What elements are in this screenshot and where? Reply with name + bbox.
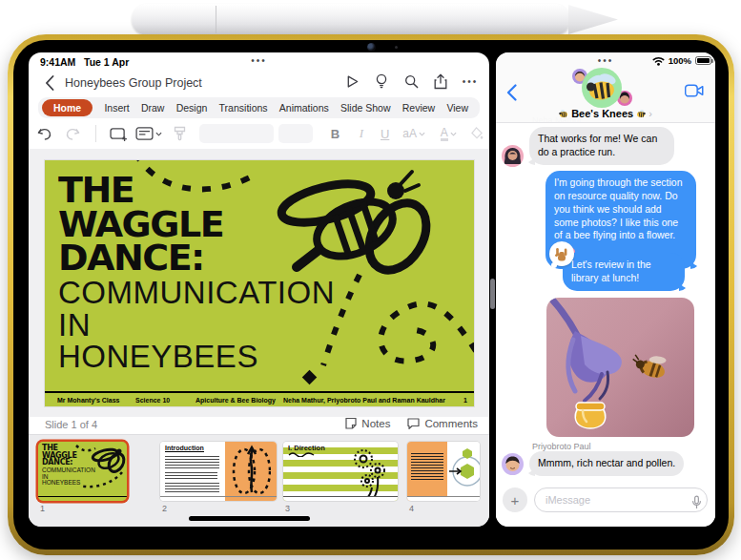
bee-doodle: [278, 172, 438, 280]
text-size-button[interactable]: aA: [397, 127, 431, 140]
home-indicator[interactable]: [189, 516, 310, 521]
toolbar-divider: [95, 125, 96, 142]
wifi-icon: [652, 56, 665, 66]
chevron-right-icon: ›: [648, 108, 652, 119]
facetime-video-button[interactable]: [685, 81, 704, 100]
tab-view[interactable]: View: [446, 102, 468, 114]
slide-title[interactable]: THE WAGGLE DANCE:: [58, 174, 223, 276]
tab-slideshow[interactable]: Slide Show: [340, 102, 391, 114]
comments-icon: [407, 418, 420, 429]
thumb3-flower-doodles: [339, 446, 394, 499]
honey-pot-emoji-sticker: [575, 403, 606, 428]
back-button[interactable]: [40, 73, 59, 93]
microphone-icon[interactable]: [687, 492, 706, 511]
group-avatar-bee[interactable]: [582, 68, 622, 108]
tab-home[interactable]: Home: [42, 99, 93, 116]
multitasking-dots[interactable]: •••: [29, 55, 489, 66]
thumb2-greek-text: [165, 472, 217, 480]
font-size-field[interactable]: [278, 124, 313, 143]
slide-layout-icon[interactable]: [132, 127, 166, 140]
slide-footer: Mr Mohanty's Class Science 10 Apiculture…: [45, 391, 474, 406]
comments-button[interactable]: Comments: [407, 417, 478, 429]
received-message[interactable]: Mmmm, rich nectar and pollen.: [529, 451, 684, 476]
imessage-input[interactable]: [534, 487, 708, 512]
more-options-button[interactable]: •••: [461, 72, 480, 91]
purple-flower: [546, 298, 622, 401]
font-name-field[interactable]: [199, 124, 274, 143]
thumb4-greek-text: [411, 453, 443, 482]
search-button[interactable]: [401, 72, 421, 91]
ribbon-tab-bar: Home Insert Draw Design Transitions Anim…: [38, 97, 480, 118]
status-indicators: 100%: [652, 55, 711, 66]
group-name: Bee's Knees: [571, 108, 633, 119]
notes-button[interactable]: Notes: [345, 417, 390, 429]
thumb2-number: 2: [162, 504, 167, 513]
footer-class: Mr Mohanty's Class: [57, 397, 119, 404]
tab-insert[interactable]: Insert: [104, 102, 129, 114]
thumbnail-slide-3[interactable]: I. Direction: [283, 442, 398, 501]
thumb4-circle-diagram: [448, 447, 480, 495]
thumb3-number: 3: [285, 504, 290, 513]
received-message[interactable]: That works for me! We can do a practice …: [529, 127, 674, 165]
comments-label: Comments: [424, 418, 478, 429]
new-slide-icon[interactable]: [105, 127, 133, 141]
tab-design[interactable]: Design: [176, 102, 208, 114]
split-view-divider-handle[interactable]: [490, 279, 495, 309]
footer-authors: Neha Mathur, Priyobroto Paul and Raman K…: [283, 397, 445, 404]
thumbnail-slide-2[interactable]: Introduction: [160, 442, 277, 501]
thumb4-number: 4: [409, 504, 414, 513]
back-button[interactable]: [502, 83, 521, 102]
screenshot-stage: 9:41AM Tue 1 Apr ••• Honeybees Group Pro…: [0, 0, 741, 560]
rehearse-lightbulb-button[interactable]: [372, 72, 391, 91]
footer-subject: Science 10: [135, 397, 170, 404]
bold-button[interactable]: B: [320, 127, 349, 141]
thumb4-footer: [407, 496, 480, 501]
tab-animations[interactable]: Animations: [279, 102, 329, 114]
notes-label: Notes: [361, 418, 390, 429]
font-color-label: A: [441, 127, 448, 141]
slide-subtitle[interactable]: COMMUNICATION IN HONEYBEES: [58, 277, 335, 373]
add-attachment-button[interactable]: +: [503, 487, 527, 512]
group-title[interactable]: Bee's Knees ›: [496, 108, 715, 119]
powerpoint-window: 9:41AM Tue 1 Apr ••• Honeybees Group Pro…: [29, 52, 489, 527]
apple-pencil-cap-seam: [216, 6, 216, 33]
redo-icon[interactable]: [59, 127, 87, 141]
footer-topic: Apiculture & Bee Biology: [196, 397, 276, 404]
present-play-button[interactable]: [342, 72, 361, 91]
thumbnail-slide-4[interactable]: [407, 442, 480, 501]
notes-icon: [345, 417, 357, 429]
tab-transitions[interactable]: Transitions: [219, 102, 268, 114]
front-camera: [367, 43, 376, 52]
document-title[interactable]: Honeybees Group Project: [65, 76, 202, 90]
sent-message[interactable]: Let's review in the library at lunch!: [563, 253, 685, 291]
apple-pencil-tip: [568, 5, 618, 34]
footer-page-number: 1: [463, 397, 467, 404]
sender-name-label: Priyobroto Paul: [532, 442, 591, 451]
formatting-toolbar: B I U aA A: [29, 118, 489, 149]
slide-1-canvas[interactable]: THE WAGGLE DANCE: COMMUNICATION IN HONEY…: [45, 160, 474, 406]
underline-button[interactable]: U: [373, 127, 397, 141]
tab-review[interactable]: Review: [402, 102, 435, 114]
thumb1-number: 1: [40, 504, 45, 513]
font-color-button[interactable]: A: [431, 127, 465, 141]
undo-icon[interactable]: [29, 127, 59, 141]
fill-bucket-icon[interactable]: [465, 127, 489, 140]
tab-draw[interactable]: Draw: [141, 102, 165, 114]
thumb2-footer: [160, 496, 277, 501]
thumb1-footer: [38, 496, 127, 501]
editor-status-row: Slide 1 of 4 Notes Comments: [29, 417, 489, 434]
italic-button[interactable]: I: [350, 126, 374, 141]
thumbnail-slide-1[interactable]: THE WAGGLE DANCE: COMMUNICATION IN HONEY…: [38, 442, 127, 501]
share-button[interactable]: [431, 72, 450, 91]
photo-attachment-bee-flower[interactable]: [546, 298, 694, 437]
avatar-neha-mathur: [502, 145, 524, 167]
thumb1-title: THE WAGGLE DANCE:: [42, 445, 77, 467]
format-painter-icon[interactable]: [166, 126, 194, 141]
love-you-gesture-reaction[interactable]: [549, 241, 574, 266]
camera-sensor-dot: [395, 46, 398, 49]
thumb3-squiggle: [288, 451, 315, 457]
messages-window: Neha Mathur That works for me! We can do…: [496, 52, 715, 527]
thumb2-waggle-diagram: [231, 445, 271, 498]
bee-emoji: [636, 110, 646, 118]
battery-icon: [695, 56, 711, 65]
